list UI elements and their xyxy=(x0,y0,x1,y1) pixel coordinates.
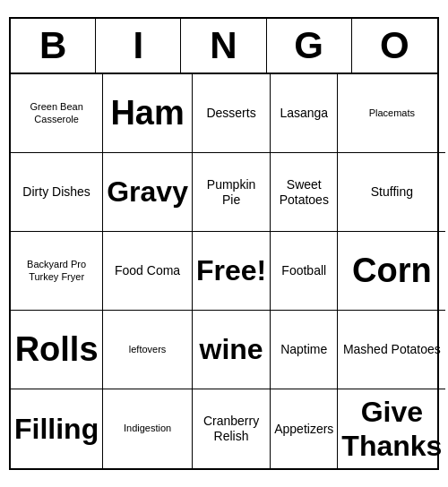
header-letter: G xyxy=(267,19,352,73)
header-letter: N xyxy=(181,19,266,73)
cell-text: Indigestion xyxy=(124,423,171,434)
bingo-cell: Backyard Pro Turkey Fryer xyxy=(11,232,103,311)
bingo-cell: Naptime xyxy=(271,311,338,389)
cell-text: Corn xyxy=(352,251,432,292)
cell-text: Pumpkin Pie xyxy=(196,177,266,208)
cell-text: Rolls xyxy=(15,329,99,371)
bingo-cell: Green Bean Casserole xyxy=(11,74,103,153)
cell-text: Food Coma xyxy=(115,263,180,278)
bingo-cell: Dirty Dishes xyxy=(11,153,103,232)
cell-text: Stuffing xyxy=(371,184,413,200)
bingo-cell: Placemats xyxy=(338,74,445,153)
bingo-header: BINGO xyxy=(11,19,437,74)
bingo-card: BINGO Green Bean CasseroleHamDessertsLas… xyxy=(9,17,439,470)
bingo-cell: leftovers xyxy=(103,311,193,389)
bingo-cell: Gravy xyxy=(103,153,193,232)
bingo-cell: Desserts xyxy=(193,74,271,153)
bingo-cell: Football xyxy=(271,232,338,311)
cell-text: Give Thanks xyxy=(341,395,442,464)
bingo-cell: Give Thanks xyxy=(338,389,445,468)
cell-text: Lasanga xyxy=(280,106,328,121)
bingo-cell: Filling xyxy=(11,389,103,468)
cell-text: leftovers xyxy=(129,344,167,355)
cell-text: Football xyxy=(281,263,326,278)
bingo-cell: Lasanga xyxy=(271,74,338,153)
cell-text: Free! xyxy=(196,253,266,287)
bingo-cell: Pumpkin Pie xyxy=(193,153,271,232)
bingo-cell: Food Coma xyxy=(103,232,193,311)
bingo-cell: Stuffing xyxy=(338,153,445,232)
cell-text: Dirty Dishes xyxy=(22,184,90,200)
cell-text: Sweet Potatoes xyxy=(274,177,333,208)
cell-text: Filling xyxy=(14,412,99,446)
cell-text: Cranberry Relish xyxy=(196,414,266,444)
bingo-cell: Rolls xyxy=(11,311,103,389)
bingo-cell: Indigestion xyxy=(103,389,193,468)
cell-text: Green Bean Casserole xyxy=(14,101,99,124)
bingo-cell: Corn xyxy=(338,232,445,311)
header-letter: B xyxy=(11,19,96,73)
cell-text: Placemats xyxy=(369,107,415,119)
bingo-grid: Green Bean CasseroleHamDessertsLasangaPl… xyxy=(11,74,437,468)
cell-text: Appetizers xyxy=(274,422,333,437)
bingo-cell: Free! xyxy=(193,232,271,311)
cell-text: Backyard Pro Turkey Fryer xyxy=(14,259,99,282)
bingo-cell: Ham xyxy=(103,74,193,153)
cell-text: Ham xyxy=(110,93,184,134)
header-letter: O xyxy=(352,19,437,73)
header-letter: I xyxy=(96,19,181,73)
bingo-cell: wine xyxy=(193,311,271,389)
cell-text: Naptime xyxy=(280,342,327,357)
bingo-cell: Sweet Potatoes xyxy=(271,153,338,232)
cell-text: wine xyxy=(200,332,263,366)
cell-text: Mashed Potatoes xyxy=(343,342,441,357)
bingo-cell: Cranberry Relish xyxy=(193,389,271,468)
bingo-cell: Appetizers xyxy=(271,389,338,468)
cell-text: Desserts xyxy=(206,106,255,121)
bingo-cell: Mashed Potatoes xyxy=(338,311,445,389)
cell-text: Gravy xyxy=(107,175,188,209)
